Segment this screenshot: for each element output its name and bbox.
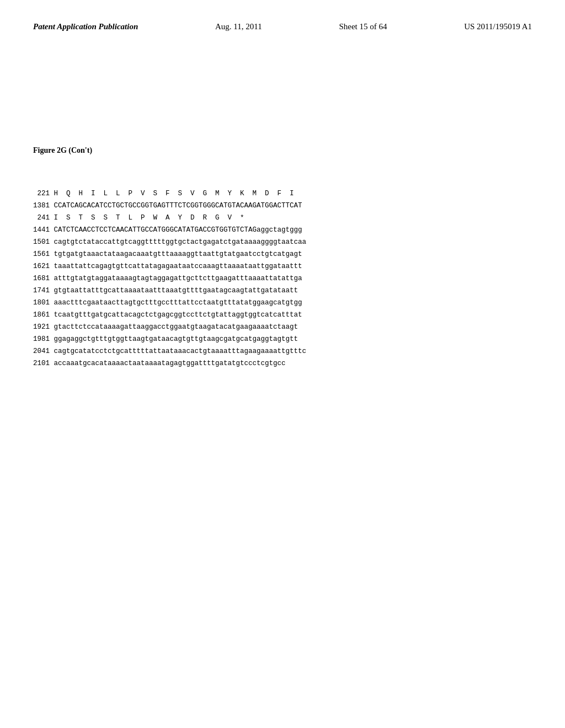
figure-label: Figure 2G (Con't) [33,146,532,155]
sequence-block: 221 H Q H I L L P V S F S V G M Y K M D … [33,166,532,369]
header-publication-label: Patent Application Publication [33,22,138,31]
sequence-line: 1501 cagtgtctataccattgtcaggtttttggtgctac… [33,237,532,248]
sequence-line: 1801 aaactttcgaataacttagtgctttgcctttattc… [33,297,532,308]
page-container: Patent Application Publication Aug. 11, … [0,0,565,728]
sequence-line: 1741 gtgtaattatttgcattaaaataatttaaatgttt… [33,285,532,296]
header-patent-number: US 2011/195019 A1 [464,22,532,31]
sequence-line: 1561 tgtgatgtaaactataagacaaatgtttaaaaggt… [33,249,532,260]
page-header: Patent Application Publication Aug. 11, … [33,22,532,36]
sequence-line: 221 H Q H I L L P V S F S V G M Y K M D … [33,188,532,199]
sequence-line: 1861 tcaatgtttgatgcattacagctctgagcggtcct… [33,309,532,320]
sequence-line: 1681 atttgtatgtaggataaaagtagtaggagattgct… [33,273,532,284]
sequence-line: 2101 accaaatgcacataaaactaataaaatagagtgga… [33,358,532,369]
header-date: Aug. 11, 2011 [215,22,262,31]
sequence-line: 241 I S T S S T L P W A Y D R G V * [33,212,532,223]
sequence-line: 1441 CATCTCAACCTCCTCAACATTGCCATGGGCATATG… [33,224,532,235]
sequence-line: 1981 ggagaggctgtttgtggttaagtgataacagtgtt… [33,334,532,345]
sequence-line: 2041 cagtgcatatcctctgcatttttattaataaacac… [33,346,532,357]
sequence-line: 1381 CCATCAGCACATCCTGCTGCCGGTGAGTTTCTCGG… [33,200,532,211]
sequence-line: 1621 taaattattcagagtgttcattatagagaataatc… [33,261,532,272]
header-sheet: Sheet 15 of 64 [339,22,387,31]
sequence-line: 1921 gtacttctccataaaagattaaggacctggaatgt… [33,322,532,333]
